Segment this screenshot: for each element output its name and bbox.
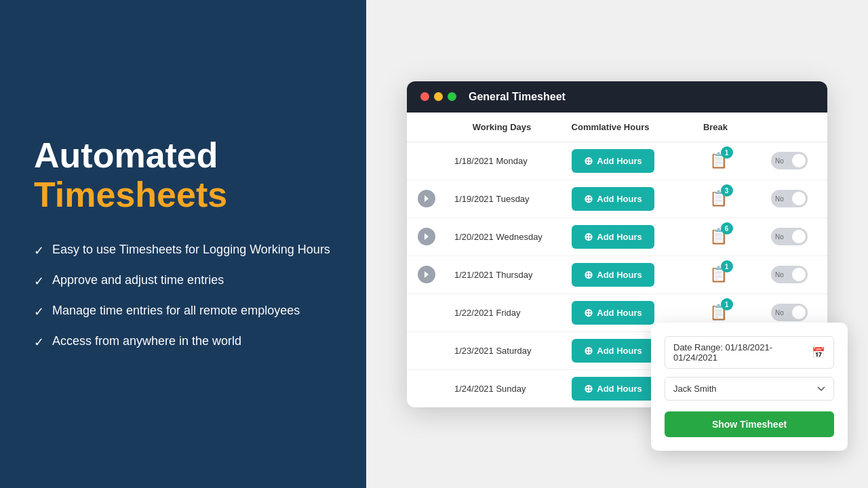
add-hours-button-2[interactable]: ⊕ Add Hours: [572, 187, 654, 211]
dot-yellow[interactable]: [434, 92, 443, 101]
feature-text-4: Access from anywhere in the world: [52, 333, 241, 350]
plus-icon-5: ⊕: [584, 306, 593, 319]
break-cell-3: No: [762, 228, 816, 245]
check-icon-3: ✓: [34, 304, 44, 321]
table-row: 1/18/2021 Monday ⊕ Add Hours 📋 1 No: [407, 142, 827, 180]
cumulative-cell-3: 📋 6: [674, 228, 762, 245]
date-range-text: Date Range: 01/18/2021-01/24/2021: [673, 342, 806, 363]
toggle-2[interactable]: No: [771, 190, 808, 207]
badge-3: 6: [721, 222, 733, 235]
add-hours-button-5[interactable]: ⊕ Add Hours: [572, 301, 654, 325]
left-panel: Automated Timesheets ✓ Easy to use Times…: [0, 0, 366, 488]
row-date-3: 1/20/2021 Wednesday: [452, 232, 552, 242]
check-icon-2: ✓: [34, 273, 44, 290]
break-cell-4: No: [762, 266, 816, 283]
dot-green[interactable]: [448, 92, 456, 101]
toggle-knob-4: [792, 268, 806, 281]
add-hours-label-1: Add Hours: [597, 156, 642, 166]
toggle-knob-3: [792, 230, 806, 243]
row-arrow-2[interactable]: [418, 190, 435, 207]
row-date-4: 1/21/2021 Thursday: [452, 270, 552, 280]
feature-item-4: ✓ Access from anywhere in the world: [34, 333, 332, 351]
badge-5: 1: [721, 298, 733, 310]
window-title: General Timesheet: [469, 91, 566, 103]
feature-item-2: ✓ Approve and adjust time entries: [34, 272, 332, 290]
add-hours-button-6[interactable]: ⊕ Add Hours: [572, 339, 654, 363]
check-icon-1: ✓: [34, 243, 44, 260]
table-row: 1/20/2021 Wednesday ⊕ Add Hours 📋 6 No: [407, 218, 827, 256]
col-break: Break: [671, 122, 760, 132]
row-date-7: 1/24/2021 Sunday: [452, 384, 552, 394]
plus-icon-3: ⊕: [584, 230, 593, 243]
add-hours-label-6: Add Hours: [597, 346, 642, 356]
svg-marker-1: [425, 233, 429, 240]
row-no-arrow-1: [418, 152, 435, 169]
toggle-3[interactable]: No: [771, 228, 808, 245]
cumulative-cell-5: 📋 1: [674, 304, 762, 321]
show-timesheet-button[interactable]: Show Timesheet: [665, 411, 834, 437]
row-date-5: 1/22/2021 Friday: [452, 308, 552, 318]
col-cumulative-hours: Commlative Hours: [549, 122, 671, 132]
add-hours-label-3: Add Hours: [597, 232, 642, 242]
badge-4: 1: [721, 260, 733, 272]
plus-icon-6: ⊕: [584, 344, 593, 357]
cumulative-cell-4: 📋 1: [674, 266, 762, 283]
add-hours-label-4: Add Hours: [597, 270, 642, 280]
add-hours-button-4[interactable]: ⊕ Add Hours: [572, 263, 654, 287]
calendar-icon[interactable]: 📅: [812, 346, 825, 359]
feature-item-3: ✓ Manage time entries for all remote emp…: [34, 302, 332, 321]
date-range-row: Date Range: 01/18/2021-01/24/2021 📅: [665, 336, 834, 369]
add-hours-button-7[interactable]: ⊕ Add Hours: [572, 377, 654, 401]
plus-icon-4: ⊕: [584, 268, 593, 281]
toggle-label-5: No: [775, 309, 784, 317]
plus-icon-7: ⊕: [584, 382, 593, 395]
feature-text-3: Manage time entries for all remote emplo…: [52, 302, 300, 319]
headline: Automated Timesheets: [34, 136, 332, 214]
col-working-days: Working Days: [454, 122, 549, 132]
row-no-arrow-5: [418, 304, 435, 321]
add-hours-label-2: Add Hours: [597, 194, 642, 204]
toggle-4[interactable]: No: [771, 266, 808, 283]
plus-icon-1: ⊕: [584, 155, 593, 167]
toggle-5[interactable]: No: [771, 304, 808, 321]
window-dots: [420, 92, 456, 101]
cumulative-cell-1: 📋 1: [674, 152, 762, 169]
toggle-knob-5: [792, 306, 806, 319]
toggle-label-2: No: [775, 195, 784, 203]
table-header: Working Days Commlative Hours Break: [407, 113, 827, 142]
toggle-1[interactable]: No: [771, 152, 808, 169]
badge-1: 1: [721, 146, 733, 159]
svg-marker-0: [425, 195, 429, 202]
plus-icon-2: ⊕: [584, 192, 593, 205]
filter-card: Date Range: 01/18/2021-01/24/2021 📅 Jack…: [651, 323, 848, 451]
table-row: 1/19/2021 Tuesday ⊕ Add Hours 📋 3 No: [407, 180, 827, 218]
row-date-6: 1/23/2021 Saturday: [452, 346, 552, 356]
add-hours-label-7: Add Hours: [597, 384, 642, 394]
table-row: 1/21/2021 Thursday ⊕ Add Hours 📋 1 No: [407, 256, 827, 294]
check-icon-4: ✓: [34, 334, 44, 351]
row-arrow-4[interactable]: [418, 266, 435, 283]
add-hours-button-3[interactable]: ⊕ Add Hours: [572, 225, 654, 249]
row-date-2: 1/19/2021 Tuesday: [452, 194, 552, 204]
row-arrow-3[interactable]: [418, 228, 435, 245]
add-hours-button-1[interactable]: ⊕ Add Hours: [572, 149, 654, 173]
employee-select[interactable]: Jack Smith: [665, 377, 834, 401]
window-titlebar: General Timesheet: [407, 81, 827, 113]
break-cell-5: No: [762, 304, 816, 321]
headline-line1: Automated: [34, 136, 332, 175]
row-no-arrow-7: [418, 380, 435, 397]
toggle-knob-1: [792, 154, 806, 167]
add-hours-label-5: Add Hours: [597, 308, 642, 318]
toggle-knob-2: [792, 192, 806, 205]
headline-line2: Timesheets: [34, 176, 332, 214]
feature-text-1: Easy to use Timesheets for Logging Worki…: [52, 241, 330, 258]
toggle-label-4: No: [775, 271, 784, 279]
toggle-label-1: No: [775, 157, 784, 165]
feature-item-1: ✓ Easy to use Timesheets for Logging Wor…: [34, 241, 332, 260]
break-cell-2: No: [762, 190, 816, 207]
row-date-1: 1/18/2021 Monday: [452, 156, 552, 166]
feature-text-2: Approve and adjust time entries: [52, 272, 224, 289]
toggle-label-3: No: [775, 233, 784, 241]
dot-red[interactable]: [420, 92, 429, 101]
row-no-arrow-6: [418, 342, 435, 359]
